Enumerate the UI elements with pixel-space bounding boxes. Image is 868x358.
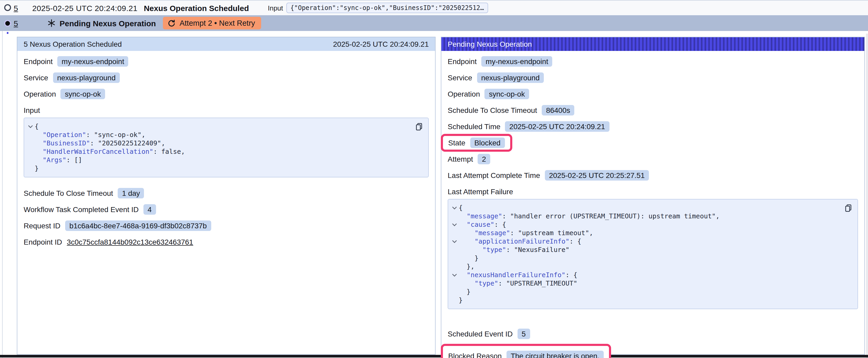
field-label: Endpoint	[24, 57, 53, 66]
chevron-down-icon[interactable]	[450, 206, 459, 210]
event-row-scheduled[interactable]: 5 2025-02-25 UTC 20:24:09.21 Nexus Opera…	[0, 0, 868, 15]
code-line: }	[450, 288, 843, 296]
field-value-badge: sync-op-ok	[485, 89, 529, 99]
code-line: }	[26, 164, 413, 173]
field-label: Workflow Task Completed Event ID	[24, 205, 139, 214]
field-label: Input	[24, 106, 40, 115]
field-label: State	[448, 138, 465, 147]
event-title: Nexus Operation Scheduled	[144, 3, 249, 12]
field-row-service: Servicenexus-playground	[448, 72, 858, 83]
code-line: "nexusHandlerFailureInfo": {	[450, 271, 843, 279]
field-value-badge: nexus-playground	[477, 72, 544, 83]
field-label: Endpoint	[448, 57, 477, 66]
field-label: Last Attempt Complete Time	[448, 171, 540, 180]
section-divider	[0, 355, 868, 357]
field-value-badge: b1c6a4bc-8ee7-468a-9169-df3b02c8737b	[65, 221, 211, 231]
field-label: Service	[448, 73, 472, 82]
chevron-down-icon[interactable]	[450, 240, 459, 243]
scrollbar[interactable]	[866, 34, 868, 358]
highlight-annotation-box: StateBlocked	[441, 134, 512, 152]
event-detail-timestamp: 2025-02-25 UTC 20:24:09.21	[333, 40, 429, 48]
event-row-pending[interactable]: 5 Pending Nexus Operation Attempt 2 • Ne…	[0, 15, 868, 31]
field-row-request-id: Request IDb1c6a4bc-8ee7-468a-9169-df3b02…	[24, 221, 429, 231]
code-text: "message": "handler error (UPSTREAM_TIME…	[459, 212, 719, 221]
field-row-workflow-task-completed-event-id: Workflow Task Completed Event ID4	[24, 204, 429, 215]
field-row-blocked-reason: Blocked ReasonThe circuit breaker is ope…	[448, 351, 604, 358]
field-value-badge: 5	[518, 329, 530, 339]
event-marker-filled-icon	[4, 20, 11, 27]
code-text: }	[459, 288, 470, 296]
field-value-badge: 86400s	[542, 105, 574, 116]
asterisk-icon	[48, 19, 56, 27]
code-line: }	[450, 296, 843, 304]
event-detail-title: 5 Nexus Operation Scheduled	[24, 40, 122, 48]
code-text: "BusinessID": "20250225122409",	[35, 139, 165, 148]
code-line: "message": "upstream timeout",	[450, 229, 843, 237]
code-line: {	[26, 122, 413, 131]
field-row-last-attempt-failure: Last Attempt Failure	[448, 186, 858, 197]
field-label: Operation	[24, 90, 56, 98]
code-line: "cause": {	[450, 221, 843, 229]
code-line: "Operation": "sync-op-ok",	[26, 131, 413, 139]
field-label: Operation	[448, 90, 480, 98]
code-text: "type": "UPSTREAM_TIMEOUT"	[459, 279, 578, 288]
code-line: "HandlerWaitForCancellation": false,	[26, 148, 413, 156]
event-timestamp: 2025-02-25 UTC 20:24:09.21	[32, 3, 138, 12]
field-row-scheduled-time: Scheduled Time2025-02-25 UTC 20:24:09.21	[448, 121, 858, 132]
field-label: Scheduled Time	[448, 122, 500, 131]
event-id-link[interactable]: 5	[14, 19, 18, 28]
event-id-link[interactable]: 5	[14, 3, 18, 12]
attempt-retry-badge[interactable]: Attempt 2 • Next Retry	[163, 17, 261, 29]
pending-operation-panel: Pending Nexus Operation Endpointmy-nexus…	[441, 37, 865, 355]
code-text: "applicationFailureInfo": {	[459, 237, 581, 246]
code-text: "Operation": "sync-op-ok",	[35, 131, 146, 139]
code-line: },	[450, 262, 843, 271]
field-label: Service	[24, 73, 48, 82]
field-value-badge: 2025-02-25 UTC 20:25:27.51	[545, 170, 649, 181]
copy-icon[interactable]	[415, 122, 423, 131]
pending-operation-header: Pending Nexus Operation	[441, 37, 864, 51]
code-line: "Args": []	[26, 156, 413, 164]
field-label: Request ID	[24, 222, 60, 230]
copy-icon[interactable]	[844, 204, 852, 212]
code-line: "message": "handler error (UPSTREAM_TIME…	[450, 212, 843, 221]
event-detail-header: 5 Nexus Operation Scheduled 2025-02-25 U…	[17, 37, 435, 51]
code-line: "applicationFailureInfo": {	[450, 237, 843, 246]
event-marker-open-icon	[4, 4, 11, 11]
code-block-failure_json: { "message": "handler error (UPSTREAM_TI…	[448, 199, 858, 309]
input-preview-chip[interactable]: {"Operation":"sync-op-ok","BusinessID":"…	[286, 3, 488, 13]
field-value-link[interactable]: 3c0c75ccfa8144b092c13ce632463761	[67, 238, 193, 246]
event-detail-body: Endpointmy-nexus-endpointServicenexus-pl…	[17, 51, 435, 247]
field-row-input: Input	[24, 105, 429, 116]
code-text: }	[35, 164, 39, 173]
field-row-operation: Operationsync-op-ok	[24, 89, 429, 99]
attempt-badge-label: Attempt 2 • Next Retry	[180, 19, 255, 27]
field-row-service: Servicenexus-playground	[24, 72, 429, 83]
pending-operation-title: Pending Nexus Operation	[60, 19, 156, 28]
chevron-down-icon[interactable]	[450, 223, 459, 227]
code-line: "type": "UPSTREAM_TIMEOUT"	[450, 279, 843, 288]
code-text: "nexusHandlerFailureInfo": {	[459, 271, 578, 279]
field-value-badge: nexus-playground	[53, 72, 120, 83]
field-value-badge: The circuit breaker is open.	[506, 351, 604, 358]
chevron-down-icon[interactable]	[26, 125, 35, 128]
field-label: Schedule To Close Timeout	[448, 106, 537, 115]
code-text: {	[35, 122, 39, 131]
code-block-left_input: { "Operation": "sync-op-ok", "BusinessID…	[24, 118, 429, 177]
code-line: "type": "NexusFailure"	[450, 246, 843, 254]
field-label: Schedule To Close Timeout	[24, 189, 113, 197]
field-label: Scheduled Event ID	[448, 330, 513, 338]
field-row-endpoint: Endpointmy-nexus-endpoint	[24, 56, 429, 67]
field-label: Endpoint ID	[24, 238, 62, 246]
nexus-event-view: 5 2025-02-25 UTC 20:24:09.21 Nexus Opera…	[0, 0, 868, 358]
field-value-badge: 4	[144, 204, 156, 215]
field-value-badge: 2	[478, 154, 491, 164]
field-row-endpoint: Endpointmy-nexus-endpoint	[448, 56, 858, 67]
field-row-last-attempt-complete-time: Last Attempt Complete Time2025-02-25 UTC…	[448, 170, 858, 181]
chevron-down-icon[interactable]	[450, 273, 459, 277]
field-label: Blocked Reason	[448, 352, 502, 358]
field-value-badge: 2025-02-25 UTC 20:24:09.21	[505, 121, 609, 132]
field-row-endpoint-id: Endpoint ID3c0c75ccfa8144b092c13ce632463…	[24, 237, 429, 247]
code-text: "HandlerWaitForCancellation": false,	[35, 148, 185, 156]
code-text: },	[459, 262, 474, 271]
